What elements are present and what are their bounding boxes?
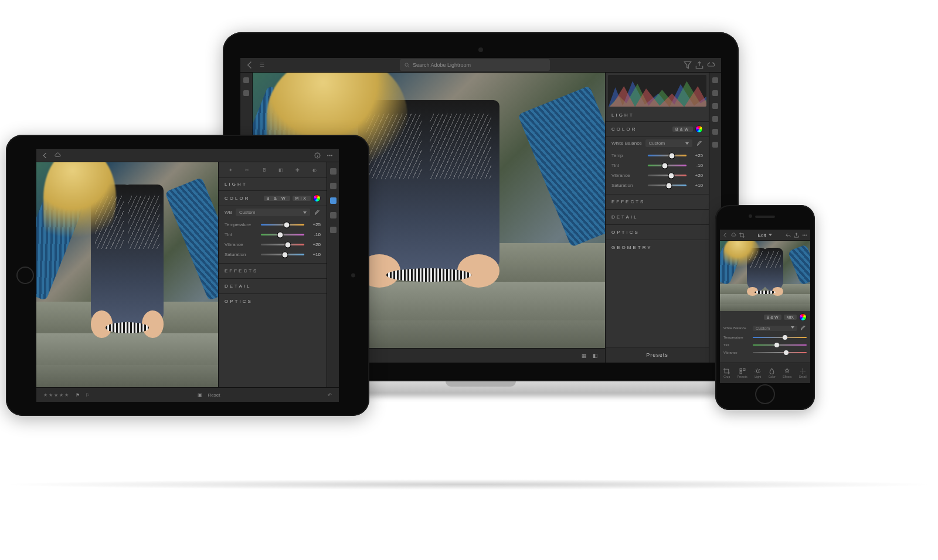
- info-icon[interactable]: [314, 152, 321, 159]
- svg-point-4: [331, 155, 332, 156]
- edit-rail-icon[interactable]: [330, 197, 337, 204]
- gradient-tool-icon[interactable]: [712, 129, 718, 135]
- saturation-slider[interactable]: [261, 252, 304, 257]
- rail-library-icon[interactable]: [243, 77, 249, 83]
- info-rail-icon[interactable]: [330, 168, 337, 175]
- profile-icon[interactable]: ◧: [277, 166, 285, 174]
- section-optics[interactable]: OPTICS: [219, 293, 327, 309]
- tint-slider[interactable]: [753, 343, 807, 347]
- compare-icon[interactable]: ◧: [593, 353, 598, 358]
- brush-tool-icon[interactable]: [712, 116, 718, 122]
- cloud-icon[interactable]: [707, 61, 715, 69]
- eyedropper-icon[interactable]: [800, 325, 807, 332]
- section-effects[interactable]: EFFECTS: [606, 194, 709, 209]
- bw-toggle[interactable]: B & W: [264, 196, 290, 201]
- vibrance-slider[interactable]: [753, 350, 807, 354]
- wb-select[interactable]: Custom: [753, 326, 797, 331]
- tool-presets[interactable]: Presets: [738, 368, 747, 378]
- undo-icon[interactable]: ↶: [328, 392, 332, 398]
- temp-slider[interactable]: [261, 223, 304, 227]
- radial-tool-icon[interactable]: [712, 142, 718, 148]
- adjust-icon[interactable]: 🎚: [260, 166, 269, 174]
- heal-icon[interactable]: ✚: [294, 166, 302, 174]
- original-toggle-icon[interactable]: ▣: [198, 392, 202, 398]
- share-icon[interactable]: [794, 233, 799, 238]
- temp-slider[interactable]: [648, 153, 686, 158]
- section-geometry[interactable]: GEOMETRY: [606, 240, 709, 255]
- tool-crop[interactable]: Crop: [723, 368, 730, 378]
- section-optics[interactable]: OPTICS: [606, 224, 709, 240]
- eyedropper-icon[interactable]: [696, 140, 703, 147]
- phone-screen: Edit: [720, 230, 810, 383]
- bw-toggle[interactable]: B & W: [764, 315, 781, 320]
- tablet-photo[interactable]: [36, 162, 218, 387]
- flag-pick-icon[interactable]: ⚑: [76, 392, 80, 398]
- versions-rail-icon[interactable]: [330, 212, 337, 218]
- section-color[interactable]: COLOR B & W MIX: [219, 191, 327, 206]
- crop-icon[interactable]: ✂: [243, 166, 252, 174]
- share-icon[interactable]: [695, 61, 704, 69]
- mix-toggle[interactable]: MIX: [293, 196, 311, 201]
- back-icon[interactable]: [42, 152, 49, 159]
- tint-slider[interactable]: [261, 233, 304, 237]
- section-detail[interactable]: DETAIL: [219, 278, 327, 293]
- mask-icon[interactable]: ◐: [311, 166, 319, 174]
- chevron-down-icon[interactable]: [769, 234, 772, 236]
- laptop-edit-panel: LIGHT COLOR B&W White Balance: [605, 73, 709, 363]
- section-color[interactable]: COLOR B&W: [606, 122, 709, 137]
- keywords-rail-icon[interactable]: [330, 183, 337, 189]
- section-detail[interactable]: DETAIL: [606, 209, 709, 224]
- tool-detail[interactable]: Detail: [799, 368, 807, 378]
- surface-shadow: [0, 479, 938, 490]
- more-icon[interactable]: [327, 152, 333, 159]
- vibrance-slider[interactable]: [261, 243, 304, 247]
- vibrance-slider[interactable]: [648, 173, 686, 178]
- tint-slider[interactable]: [648, 163, 686, 168]
- eyedropper-icon[interactable]: [314, 209, 321, 216]
- more-icon[interactable]: [802, 233, 807, 238]
- flag-reject-icon[interactable]: ⚐: [86, 392, 90, 398]
- undo-icon[interactable]: [786, 233, 791, 238]
- filter-icon[interactable]: [684, 61, 692, 69]
- tool-effects[interactable]: Effects: [783, 368, 791, 378]
- tool-color[interactable]: Color: [769, 368, 776, 378]
- phone-home-button[interactable]: [755, 384, 775, 404]
- tablet-canvas: [36, 162, 218, 387]
- tool-light[interactable]: Light: [755, 368, 761, 378]
- tablet-home-button[interactable]: [16, 267, 34, 284]
- crop-icon[interactable]: [739, 233, 745, 238]
- rail-add-icon[interactable]: [243, 90, 249, 96]
- cloud-icon[interactable]: [55, 152, 61, 159]
- wb-select[interactable]: Custom: [236, 209, 310, 216]
- color-mixer-icon[interactable]: [799, 313, 807, 321]
- mix-toggle[interactable]: MIX: [784, 315, 797, 320]
- section-effects[interactable]: EFFECTS: [219, 263, 327, 278]
- bw-toggle[interactable]: B&W: [672, 127, 693, 132]
- crop-tool-icon[interactable]: [712, 90, 718, 96]
- saturation-slider[interactable]: [648, 183, 686, 188]
- color-mixer-icon[interactable]: [695, 125, 703, 133]
- section-light[interactable]: LIGHT: [606, 109, 709, 122]
- heal-tool-icon[interactable]: [712, 103, 718, 109]
- rating-stars[interactable]: ★★★★★: [43, 392, 70, 398]
- presets-button[interactable]: Presets: [606, 347, 709, 363]
- section-light[interactable]: LIGHT: [219, 178, 327, 191]
- activity-rail-icon[interactable]: [330, 227, 337, 233]
- grid-icon[interactable]: ▦: [582, 353, 587, 358]
- phone-photo[interactable]: [720, 241, 810, 311]
- laptop-topbar: ☰ Search Adobe Lightroom: [240, 58, 721, 73]
- tablet-camera: [351, 274, 355, 278]
- color-mixer-icon[interactable]: [313, 194, 321, 202]
- menu-icon[interactable]: ☰: [258, 61, 266, 69]
- edit-tool-icon[interactable]: [712, 77, 718, 83]
- search-input[interactable]: Search Adobe Lightroom: [400, 59, 550, 71]
- wb-select[interactable]: Custom: [645, 139, 692, 147]
- back-icon[interactable]: [723, 233, 728, 238]
- temp-slider[interactable]: [753, 335, 807, 339]
- cloud-icon[interactable]: [731, 233, 736, 238]
- back-icon[interactable]: [246, 61, 254, 69]
- histogram[interactable]: [608, 75, 706, 107]
- reset-button[interactable]: Reset: [208, 392, 220, 398]
- device-showcase: ☰ Search Adobe Lightroom: [0, 0, 938, 560]
- auto-icon[interactable]: ✦: [226, 166, 235, 174]
